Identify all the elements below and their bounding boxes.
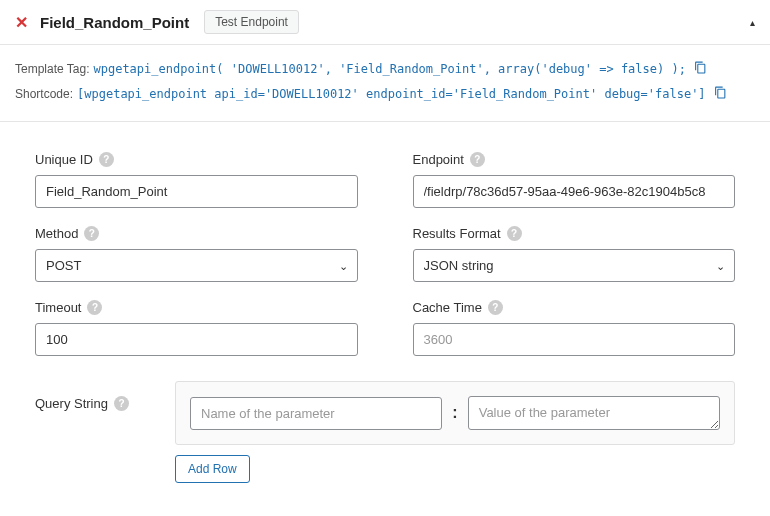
template-tag-label: Template Tag: — [15, 59, 90, 81]
method-select-wrapper: ⌄ — [35, 249, 358, 282]
timeout-label-text: Timeout — [35, 300, 81, 315]
query-colon: : — [450, 404, 459, 422]
query-string-label: Query String ? — [35, 396, 155, 411]
panel-title: Field_Random_Point — [40, 14, 189, 31]
copy-icon[interactable] — [694, 57, 707, 82]
timeout-field: Timeout ? — [35, 300, 358, 356]
help-icon[interactable]: ? — [507, 226, 522, 241]
help-icon[interactable]: ? — [99, 152, 114, 167]
query-string-section: Query String ? : Add Row — [0, 366, 770, 483]
timeout-label: Timeout ? — [35, 300, 358, 315]
help-icon[interactable]: ? — [84, 226, 99, 241]
unique-id-field: Unique ID ? — [35, 152, 358, 208]
timeout-input[interactable] — [35, 323, 358, 356]
query-string-content: : Add Row — [175, 381, 735, 483]
unique-id-label-text: Unique ID — [35, 152, 93, 167]
method-select[interactable] — [35, 249, 358, 282]
help-icon[interactable]: ? — [470, 152, 485, 167]
cache-time-input[interactable] — [413, 323, 736, 356]
query-string-row: : — [175, 381, 735, 445]
form-section: Unique ID ? Endpoint ? Method ? ⌄ — [0, 122, 770, 366]
shortcode-code: [wpgetapi_endpoint api_id='DOWELL10012' … — [77, 84, 706, 106]
endpoint-label-text: Endpoint — [413, 152, 464, 167]
copy-icon[interactable] — [714, 82, 727, 107]
test-endpoint-button[interactable]: Test Endpoint — [204, 10, 299, 34]
results-format-select[interactable] — [413, 249, 736, 282]
method-field: Method ? ⌄ — [35, 226, 358, 282]
close-icon[interactable]: ✕ — [15, 13, 28, 32]
cache-time-label: Cache Time ? — [413, 300, 736, 315]
method-label: Method ? — [35, 226, 358, 241]
results-format-field: Results Format ? ⌄ — [413, 226, 736, 282]
collapse-caret-icon[interactable]: ▴ — [750, 17, 755, 28]
template-tag-code: wpgetapi_endpoint( 'DOWELL10012', 'Field… — [94, 59, 686, 81]
endpoint-field: Endpoint ? — [413, 152, 736, 208]
results-format-select-wrapper: ⌄ — [413, 249, 736, 282]
help-icon[interactable]: ? — [87, 300, 102, 315]
endpoint-input[interactable] — [413, 175, 736, 208]
cache-time-field: Cache Time ? — [413, 300, 736, 356]
query-string-label-col: Query String ? — [35, 381, 155, 483]
query-name-input[interactable] — [190, 397, 442, 430]
template-tag-row: Template Tag: wpgetapi_endpoint( 'DOWELL… — [15, 57, 755, 82]
cache-time-label-text: Cache Time — [413, 300, 482, 315]
unique-id-label: Unique ID ? — [35, 152, 358, 167]
shortcode-label: Shortcode: — [15, 84, 73, 106]
endpoint-label: Endpoint ? — [413, 152, 736, 167]
help-icon[interactable]: ? — [114, 396, 129, 411]
query-string-label-text: Query String — [35, 396, 108, 411]
panel-header: ✕ Field_Random_Point Test Endpoint ▴ — [0, 0, 770, 45]
unique-id-input[interactable] — [35, 175, 358, 208]
results-format-label-text: Results Format — [413, 226, 501, 241]
info-section: Template Tag: wpgetapi_endpoint( 'DOWELL… — [0, 45, 770, 122]
method-label-text: Method — [35, 226, 78, 241]
help-icon[interactable]: ? — [488, 300, 503, 315]
form-grid: Unique ID ? Endpoint ? Method ? ⌄ — [35, 152, 735, 356]
query-value-input[interactable] — [468, 396, 720, 430]
results-format-label: Results Format ? — [413, 226, 736, 241]
shortcode-row: Shortcode: [wpgetapi_endpoint api_id='DO… — [15, 82, 755, 107]
add-row-button[interactable]: Add Row — [175, 455, 250, 483]
